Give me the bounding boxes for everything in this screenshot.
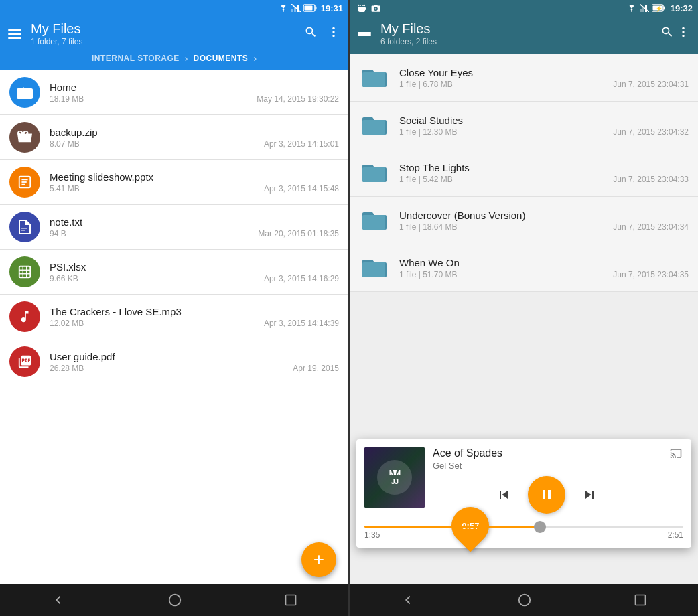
- file-meta: 26.28 MB Apr 19, 2015: [50, 364, 339, 373]
- file-icon-xlsx: [9, 256, 40, 287]
- file-info: backup.zip 8.07 MB Apr 3, 2015 14:15:01: [50, 127, 339, 149]
- svg-point-25: [362, 5, 364, 6]
- left-search-button[interactable]: [304, 25, 318, 42]
- left-bottom-nav: [0, 584, 348, 616]
- folder-meta: 1 file | 51.70 MB Jun 7, 2015 23:04:35: [399, 270, 689, 279]
- list-item[interactable]: User guide.pdf 26.28 MB Apr 19, 2015: [0, 339, 348, 384]
- breadcrumb-separator-2: ›: [253, 53, 257, 64]
- skip-next-icon: [581, 487, 598, 503]
- svg-point-41: [519, 595, 531, 606]
- file-size: 12.02 MB: [50, 319, 84, 328]
- file-icon-pdf: [9, 346, 40, 377]
- right-title: My Files: [380, 21, 651, 37]
- right-home-button[interactable]: [504, 587, 545, 613]
- folder-size: 1 file | 51.70 MB: [399, 270, 458, 279]
- folder-size: 1 file | 6.78 MB: [399, 80, 453, 89]
- list-item[interactable]: Close Your Eyes 1 file | 6.78 MB Jun 7, …: [350, 54, 698, 102]
- progress-track[interactable]: [364, 526, 683, 528]
- folder-date: Jun 7, 2015 23:04:35: [613, 270, 689, 279]
- file-info: PSI.xlsx 9.66 KB Apr 3, 2015 14:16:29: [50, 261, 339, 283]
- svg-point-40: [682, 35, 684, 37]
- svg-rect-35: [663, 7, 665, 10]
- hamburger-icon[interactable]: [8, 29, 21, 39]
- svg-point-8: [332, 27, 334, 29]
- right-subtitle: 6 folders, 2 files: [380, 37, 651, 46]
- cast-icon: [669, 447, 683, 459]
- list-item[interactable]: Social Studies 1 file | 12.30 MB Jun 7, …: [350, 102, 698, 149]
- list-item[interactable]: When We On 1 file | 51.70 MB Jun 7, 2015…: [350, 244, 698, 292]
- right-back-button[interactable]: [387, 587, 429, 613]
- list-item[interactable]: PSI.xlsx 9.66 KB Apr 3, 2015 14:16:29: [0, 250, 348, 295]
- left-header-actions: [304, 25, 340, 42]
- left-status-icons: [278, 4, 317, 12]
- home-button[interactable]: [154, 587, 196, 613]
- file-name: Home: [50, 82, 339, 93]
- left-more-button[interactable]: [327, 25, 340, 42]
- right-back-icon: [401, 593, 415, 607]
- file-info: Home 18.19 MB May 14, 2015 19:30:22: [50, 82, 339, 104]
- right-signal-icon: [640, 4, 649, 12]
- player-info: Ace of Spades Gel Set: [433, 447, 660, 514]
- skip-prev-button[interactable]: [496, 487, 512, 503]
- file-size: 8.07 MB: [50, 139, 80, 149]
- file-info: User guide.pdf 26.28 MB Apr 19, 2015: [50, 351, 339, 373]
- right-header-text: My Files 6 folders, 2 files: [380, 21, 651, 46]
- file-icon-mp3: [9, 301, 40, 332]
- file-name: note.txt: [50, 216, 339, 228]
- list-item[interactable]: Meeting slideshow.pptx 5.41 MB Apr 3, 20…: [0, 160, 348, 205]
- svg-rect-30: [640, 9, 642, 12]
- folder-size: 1 file | 18.64 MB: [399, 222, 458, 232]
- right-header: My Files 6 folders, 2 files: [350, 16, 698, 54]
- folder-icon: [359, 110, 390, 141]
- wifi-icon: [278, 4, 289, 12]
- breadcrumb-documents[interactable]: DOCUMENTS: [194, 54, 249, 63]
- skip-next-button[interactable]: [581, 487, 598, 503]
- file-name: PSI.xlsx: [50, 261, 339, 273]
- folder-info: Stop The Lights 1 file | 5.42 MB Jun 7, …: [399, 162, 689, 184]
- progress-thumb[interactable]: [534, 521, 546, 533]
- file-name: backup.zip: [50, 127, 339, 138]
- right-screen: ⚡ 19:32 My Files 6 folders, 2 files: [350, 0, 698, 616]
- svg-rect-16: [21, 230, 25, 231]
- file-icon-txt: [9, 212, 40, 242]
- file-meta: 94 B Mar 20, 2015 01:18:35: [50, 229, 339, 238]
- breadcrumb: INTERNAL STORAGE › DOCUMENTS ›: [0, 53, 348, 70]
- svg-rect-6: [315, 7, 316, 10]
- folder-date: Jun 7, 2015 23:04:33: [613, 175, 689, 184]
- left-title: My Files: [31, 21, 295, 37]
- folder-name: Undercover (Bonus Version): [399, 210, 689, 221]
- list-item[interactable]: Undercover (Bonus Version) 1 file | 18.6…: [350, 197, 698, 244]
- breadcrumb-internal[interactable]: INTERNAL STORAGE: [92, 54, 180, 63]
- list-item[interactable]: note.txt 94 B Mar 20, 2015 01:18:35: [0, 205, 348, 250]
- right-wifi-icon: [626, 4, 637, 12]
- progress-area: 0:57 1:35 2:51: [364, 526, 683, 540]
- file-date: May 14, 2015 19:30:22: [257, 94, 339, 104]
- pause-button[interactable]: [528, 476, 565, 514]
- file-size: 9.66 KB: [50, 274, 78, 283]
- file-info: note.txt 94 B Mar 20, 2015 01:18:35: [50, 216, 339, 238]
- svg-rect-12: [21, 179, 27, 180]
- list-item[interactable]: The Crackers - I love SE.mp3 12.02 MB Ap…: [0, 295, 348, 339]
- right-status-icons: ⚡: [626, 4, 667, 12]
- right-recents-button[interactable]: [620, 588, 660, 612]
- fab-button[interactable]: +: [301, 542, 336, 577]
- cast-button[interactable]: [669, 447, 683, 463]
- file-icon-folder: [9, 77, 40, 108]
- right-hamburger-icon[interactable]: [358, 32, 371, 36]
- right-recents-icon: [634, 593, 647, 607]
- folder-date: Jun 7, 2015 23:04:34: [613, 222, 689, 232]
- list-item[interactable]: Home 18.19 MB May 14, 2015 19:30:22: [0, 70, 348, 115]
- right-status-bar: ⚡ 19:32: [350, 0, 698, 16]
- left-time: 19:31: [321, 3, 343, 13]
- folder-icon: [359, 62, 390, 93]
- list-item[interactable]: backup.zip 8.07 MB Apr 3, 2015 14:15:01: [0, 115, 348, 160]
- recents-button[interactable]: [271, 588, 311, 612]
- file-info: The Crackers - I love SE.mp3 12.02 MB Ap…: [50, 306, 339, 328]
- right-search-button[interactable]: [660, 25, 674, 42]
- fab-icon: +: [313, 549, 324, 570]
- list-item[interactable]: Stop The Lights 1 file | 5.42 MB Jun 7, …: [350, 149, 698, 197]
- music-player-popup: MMJJ Ace of Spades Gel Set: [356, 439, 691, 548]
- svg-rect-14: [21, 184, 25, 185]
- back-button[interactable]: [38, 587, 79, 613]
- right-more-button[interactable]: [677, 25, 690, 42]
